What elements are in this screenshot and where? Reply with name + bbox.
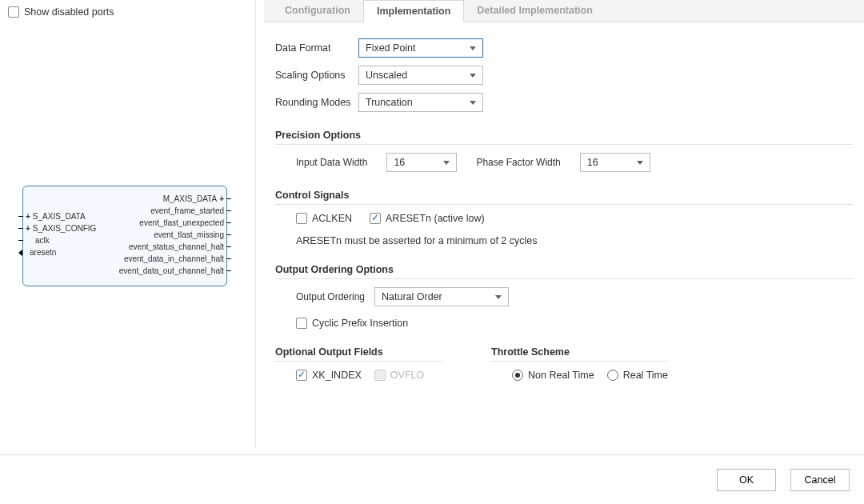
data-format-select[interactable]: Fixed Point (358, 38, 483, 58)
chevron-down-icon (470, 46, 476, 50)
data-format-label: Data Format (275, 42, 358, 54)
phase-factor-width-select[interactable]: 16 (580, 153, 650, 172)
ovflo-checkbox: OVFLO (374, 370, 424, 381)
scaling-options-select[interactable]: Unscaled (358, 66, 483, 85)
real-time-radio[interactable]: Real Time (607, 370, 668, 381)
optional-output-fields-heading: Optional Output Fields (275, 346, 443, 358)
scaling-options-label: Scaling Options (275, 70, 358, 81)
ok-button[interactable]: OK (717, 469, 776, 491)
input-data-width-label: Input Data Width (296, 157, 367, 168)
output-ordering-heading: Output Ordering Options (275, 264, 853, 275)
ip-ports-right: M_AXIS_DATA+ event_frame_started event_t… (119, 193, 222, 277)
chevron-down-icon (470, 74, 476, 78)
precision-options-heading: Precision Options (275, 130, 853, 141)
show-disabled-ports-checkbox[interactable]: Show disabled ports (8, 6, 247, 18)
chevron-down-icon (495, 295, 502, 299)
chevron-down-icon (637, 161, 643, 165)
output-ordering-select[interactable]: Natural Order (374, 287, 509, 306)
non-real-time-radio[interactable]: Non Real Time (512, 370, 594, 381)
cancel-button[interactable]: Cancel (790, 469, 850, 491)
ip-ports-left: +S_AXIS_DATA +S_AXIS_CONFIG aclk aresetn (28, 210, 96, 258)
tab-configuration[interactable]: Configuration (272, 0, 363, 22)
chevron-down-icon (470, 101, 476, 105)
control-signals-heading: Control Signals (275, 190, 853, 201)
left-panel: Show disabled ports +S_AXIS_DATA +S_AXIS… (0, 0, 256, 448)
xk-index-checkbox[interactable]: XK_INDEX (296, 370, 362, 381)
aclken-checkbox[interactable]: ACLKEN (296, 213, 352, 224)
throttle-scheme-heading: Throttle Scheme (491, 346, 668, 358)
tab-detailed-implementation[interactable]: Detailed Implementation (464, 0, 605, 22)
aresetn-checkbox[interactable]: ARESETn (active low) (370, 213, 485, 224)
tab-implementation[interactable]: Implementation (363, 0, 464, 22)
rounding-modes-select[interactable]: Truncation (358, 93, 483, 112)
show-disabled-ports-label: Show disabled ports (24, 6, 114, 18)
chevron-down-icon (443, 161, 450, 165)
right-panel: Configuration Implementation Detailed Im… (264, 0, 864, 448)
output-ordering-label: Output Ordering (296, 291, 365, 302)
cyclic-prefix-checkbox[interactable]: Cyclic Prefix Insertion (296, 318, 853, 329)
input-data-width-select[interactable]: 16 (386, 153, 457, 172)
dialog-footer: OK Cancel (0, 454, 864, 504)
show-disabled-ports-box[interactable] (8, 6, 19, 18)
phase-factor-width-label: Phase Factor Width (476, 157, 560, 168)
aresetn-note: ARESETn must be asserted for a minimum o… (275, 235, 853, 246)
ip-symbol: +S_AXIS_DATA +S_AXIS_CONFIG aclk aresetn… (22, 186, 227, 286)
rounding-modes-label: Rounding Modes (275, 97, 358, 108)
tab-bar: Configuration Implementation Detailed Im… (264, 0, 864, 22)
